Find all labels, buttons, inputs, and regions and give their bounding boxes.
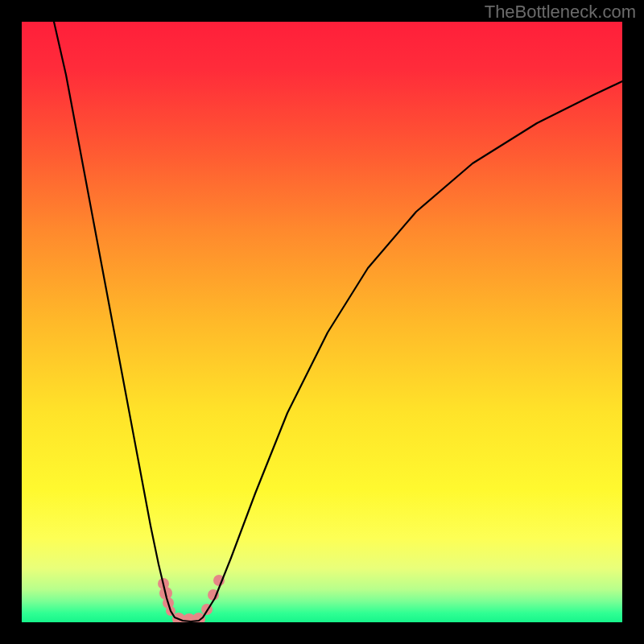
watermark-text: TheBottleneck.com	[485, 2, 636, 23]
curve-line	[54, 22, 622, 621]
chart-svg	[22, 22, 622, 622]
plot-area	[22, 22, 622, 622]
frame: TheBottleneck.com	[0, 0, 644, 644]
